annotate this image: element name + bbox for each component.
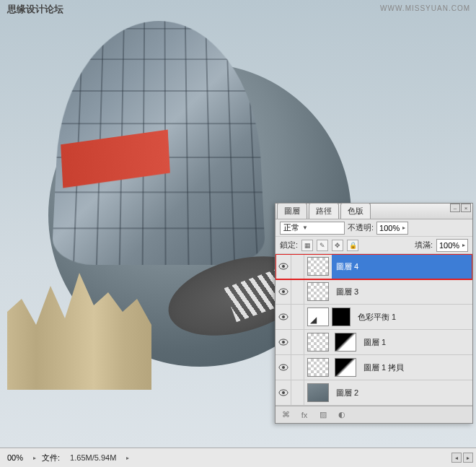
visibility-toggle[interactable] — [276, 279, 291, 304]
fill-arrow-icon: ▸ — [462, 242, 465, 248]
eye-icon — [278, 263, 288, 270]
file-size-value: 1.65M/5.94M — [66, 453, 120, 462]
svg-point-11 — [282, 391, 285, 394]
opacity-label: 不透明: — [348, 222, 374, 233]
status-bar: 00% ▸ 文件: 1.65M/5.94M ▸ ◂ ▸ — [0, 448, 476, 467]
lock-position-icon[interactable]: ✥ — [332, 240, 343, 251]
layer-thumbnail[interactable] — [307, 257, 329, 276]
eye-icon — [278, 389, 288, 396]
layer-row[interactable]: 圖層 4 — [276, 254, 472, 279]
layer-row[interactable]: 圖層 1 — [276, 330, 472, 355]
layer-mask-icon[interactable]: ▨ — [317, 410, 329, 420]
link-column[interactable] — [291, 380, 304, 405]
visibility-toggle[interactable] — [276, 305, 291, 329]
layer-name[interactable]: 圖層 2 — [332, 380, 472, 405]
panel-header: 圖層 路徑 色版 – × — [276, 204, 472, 219]
svg-point-3 — [282, 290, 285, 293]
layer-thumbnail[interactable] — [307, 358, 329, 377]
scroll-left-icon[interactable]: ◂ — [451, 453, 462, 463]
link-layers-icon[interactable]: ⌘ — [280, 410, 291, 420]
panel-close-icon[interactable]: × — [461, 204, 471, 212]
svg-point-9 — [282, 366, 285, 369]
file-label: 文件: — [42, 453, 60, 463]
lock-transparency-icon[interactable]: ▦ — [301, 240, 313, 251]
layer-mask-thumbnail[interactable] — [335, 333, 356, 352]
blend-opacity-row: 正常 ▼ 不透明: 100% ▸ — [276, 219, 472, 237]
layer-thumbnail[interactable] — [307, 282, 329, 301]
zoom-arrow-icon[interactable]: ▸ — [33, 455, 36, 461]
layer-row[interactable]: 圖層 1 拷貝 — [276, 355, 472, 380]
visibility-toggle[interactable] — [276, 254, 291, 279]
visibility-toggle[interactable] — [276, 380, 291, 405]
blend-mode-select[interactable]: 正常 ▼ — [280, 222, 345, 235]
scroll-controls: ◂ ▸ — [451, 453, 473, 463]
panel-minimize-icon[interactable]: – — [450, 204, 460, 212]
tab-paths[interactable]: 路徑 — [309, 203, 339, 219]
layers-list: 圖層 4 圖層 3 色彩平衡 1 圖層 1 圖層 1 — [276, 254, 472, 406]
svg-point-1 — [282, 265, 285, 268]
lock-fill-row: 鎖定: ▦ ✎ ✥ 🔒 填滿: 100% ▸ — [276, 237, 472, 254]
tab-layers[interactable]: 圖層 — [277, 203, 307, 219]
eye-icon — [278, 339, 288, 346]
layer-mask-thumbnail[interactable] — [335, 358, 356, 377]
svg-point-7 — [282, 341, 285, 344]
lock-all-icon[interactable]: 🔒 — [347, 240, 358, 251]
layer-fx-icon[interactable]: fx — [299, 410, 310, 420]
blend-mode-value: 正常 — [283, 222, 299, 233]
adjustment-layer-icon[interactable]: ◐ — [336, 410, 348, 420]
layer-name[interactable]: 圖層 1 — [359, 330, 472, 354]
layer-name[interactable]: 色彩平衡 1 — [353, 305, 472, 329]
watermark-text: 思缘设计论坛 — [7, 3, 63, 16]
file-arrow-icon[interactable]: ▸ — [126, 455, 129, 461]
tab-channels[interactable]: 色版 — [340, 203, 371, 219]
lock-label: 鎖定: — [280, 240, 298, 250]
eye-icon — [278, 288, 288, 295]
link-column[interactable] — [291, 254, 304, 279]
visibility-toggle[interactable] — [276, 330, 291, 354]
layer-name[interactable]: 圖層 3 — [332, 279, 472, 304]
layer-row[interactable]: 色彩平衡 1 — [276, 305, 472, 330]
link-column[interactable] — [291, 330, 304, 354]
layer-name[interactable]: 圖層 4 — [332, 254, 472, 279]
opacity-input[interactable]: 100% ▸ — [376, 222, 408, 235]
layer-row[interactable]: 圖層 2 — [276, 380, 472, 406]
adjustment-thumbnail[interactable] — [307, 307, 329, 326]
panel-window-controls: – × — [450, 204, 472, 212]
opacity-value: 100% — [379, 224, 400, 232]
eye-icon — [278, 364, 288, 371]
layer-name[interactable]: 圖層 1 拷貝 — [359, 355, 472, 380]
lock-paint-icon[interactable]: ✎ — [317, 240, 328, 251]
svg-point-5 — [282, 315, 285, 318]
layer-mask-thumbnail[interactable] — [332, 307, 351, 326]
chevron-down-icon: ▼ — [302, 224, 308, 231]
fill-input[interactable]: 100% ▸ — [436, 239, 468, 252]
scroll-right-icon[interactable]: ▸ — [463, 453, 473, 463]
layer-thumbnail[interactable] — [307, 333, 329, 352]
layer-row[interactable]: 圖層 3 — [276, 279, 472, 305]
layer-thumbnail[interactable] — [307, 383, 329, 402]
opacity-arrow-icon: ▸ — [402, 224, 405, 231]
fill-label: 填滿: — [415, 240, 433, 250]
link-column[interactable] — [291, 279, 304, 304]
watermark-url: WWW.MISSYUAN.COM — [380, 4, 470, 12]
link-column[interactable] — [291, 355, 304, 380]
layers-panel: 圖層 路徑 色版 – × 正常 ▼ 不透明: 100% ▸ 鎖定: ▦ ✎ ✥ … — [275, 203, 473, 424]
panel-footer: ⌘ fx ▨ ◐ — [276, 406, 472, 423]
fill-value: 100% — [439, 241, 459, 250]
eye-icon — [278, 313, 288, 320]
visibility-toggle[interactable] — [276, 355, 291, 380]
link-column[interactable] — [291, 305, 304, 329]
zoom-value[interactable]: 00% — [3, 453, 27, 462]
